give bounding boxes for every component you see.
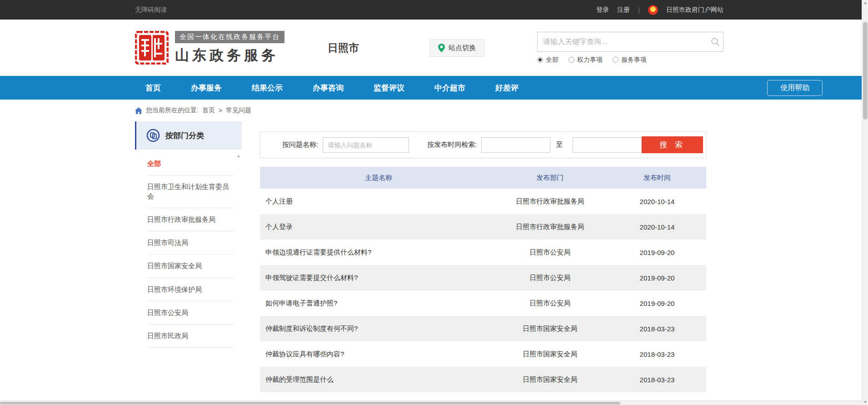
scrollbar-down-icon[interactable]: ▼	[862, 400, 868, 404]
sidebar-item-approval-bureau[interactable]: 日照市行政审批服务局	[147, 208, 234, 231]
scope-all-label: 全部	[546, 56, 559, 64]
table-row: 仲裁协议应具有哪些内容? 日照市国家安全局 2018-03-23	[260, 341, 706, 367]
nav-consult[interactable]: 办事咨询	[313, 83, 344, 93]
dept-cell: 日照市国家安全局	[492, 367, 608, 392]
table-header-row: 主题名称 发布部门 发布时间	[260, 167, 706, 189]
date-cell: 2018-03-23	[608, 367, 706, 392]
nav-supervision[interactable]: 监督评议	[374, 83, 404, 93]
category-icon	[146, 129, 160, 142]
site-switch-label: 站点切换	[449, 44, 476, 52]
question-name-input[interactable]	[323, 137, 409, 153]
breadcrumb: 您当前所在的位置: 首页 > 常见问题	[0, 100, 868, 121]
search-icon[interactable]	[708, 37, 723, 46]
site-switch-button[interactable]: 站点切换	[429, 39, 484, 57]
breadcrumb-separator: >	[219, 107, 222, 114]
table-row: 申领驾驶证需要提交什么材料? 日照市公安局 2019-09-20	[260, 265, 706, 290]
breadcrumb-home[interactable]: 首页	[202, 106, 215, 115]
scope-service-items[interactable]: 服务事项	[613, 56, 647, 64]
scrollbar-up-icon[interactable]: ▲	[862, 1, 868, 5]
home-icon	[135, 107, 142, 114]
topbar-divider: |	[638, 6, 640, 14]
sidebar-title: 按部门分类	[165, 130, 204, 141]
sidebar-item-all[interactable]: 全部	[147, 152, 234, 175]
search-button[interactable]: 搜 索	[642, 136, 703, 153]
question-link[interactable]: 申领驾驶证需要提交什么材料?	[260, 265, 492, 290]
table-row: 仲裁制度和诉讼制度有何不同? 日照市国家安全局 2018-03-23	[260, 316, 706, 341]
sidebar-item-security-bureau[interactable]: 日照市国家安全局	[147, 255, 234, 278]
national-emblem-icon	[648, 5, 658, 15]
accessibility-link[interactable]: 无障碍阅读	[135, 6, 167, 14]
radio-icon	[613, 57, 619, 63]
dept-cell: 日照市公安局	[492, 265, 608, 290]
main-nav: 首页 办事服务 结果公示 办事咨询 监督评议 中介超市 好差评 使用帮助	[0, 76, 868, 100]
nav-intermediary[interactable]: 中介超市	[434, 83, 465, 93]
vertical-scrollbar[interactable]: ▲ ▼	[862, 0, 868, 405]
help-button[interactable]: 使用帮助	[767, 80, 823, 96]
city-name: 日照市	[328, 41, 359, 55]
question-link[interactable]: 个人登录	[260, 214, 492, 240]
question-link[interactable]: 仲裁制度和诉讼制度有何不同?	[260, 316, 492, 341]
sidebar-item-justice-bureau[interactable]: 日照市司法局	[147, 231, 234, 255]
question-link[interactable]: 仲裁协议应具有哪些内容?	[260, 341, 492, 367]
sidebar-item-health-commission[interactable]: 日照市卫生和计划生育委员会	[147, 175, 234, 208]
horizontal-scrollbar[interactable]	[0, 400, 862, 405]
department-list: ▲ 全部 日照市卫生和计划生育委员会 日照市行政审批服务局 日照市司法局 日照市…	[135, 150, 242, 402]
portal-link[interactable]: 日照市政府门户网站	[666, 6, 723, 14]
col-header-dept: 发布部门	[492, 167, 608, 189]
scope-power-items[interactable]: 权力事项	[569, 56, 603, 64]
nav-results[interactable]: 结果公示	[252, 83, 283, 93]
scroll-up-icon[interactable]: ▲	[236, 153, 241, 158]
header: 全国一体化在线政务服务平台 山东政务服务 日照市 站点切换 全部	[0, 20, 868, 76]
login-link[interactable]: 登录	[596, 6, 609, 14]
dept-cell: 日照市国家安全局	[492, 316, 608, 341]
col-header-date: 发布时间	[608, 167, 706, 189]
scope-power-label: 权力事项	[577, 56, 603, 64]
sidebar-item-police-bureau[interactable]: 日照市公安局	[147, 301, 234, 325]
date-from-input[interactable]	[481, 137, 550, 153]
col-header-title: 主题名称	[260, 167, 492, 189]
nav-services[interactable]: 办事服务	[191, 83, 222, 93]
dept-cell: 日照市国家安全局	[492, 341, 608, 367]
radio-icon	[569, 57, 574, 63]
nav-rating[interactable]: 好差评	[495, 83, 519, 93]
keyword-search-input[interactable]	[538, 38, 708, 46]
location-pin-icon	[438, 44, 445, 52]
table-row: 如何申请电子普通护照? 日照市公安局 2019-09-20	[260, 290, 706, 316]
breadcrumb-prefix: 您当前所在的位置:	[146, 106, 199, 115]
question-link[interactable]: 申领边境通行证需要提供什么材料?	[260, 240, 492, 265]
date-filter-label: 按发布时间检索:	[427, 140, 477, 149]
platform-badge: 全国一体化在线政务服务平台	[175, 31, 284, 43]
scope-all[interactable]: 全部	[537, 56, 559, 64]
brand-title: 山东政务服务	[175, 46, 284, 65]
sidebar-item-civil-affairs-bureau[interactable]: 日照市民政局	[147, 325, 234, 348]
question-link[interactable]: 如何申请电子普通护照?	[260, 290, 492, 316]
question-link[interactable]: 个人注册	[260, 189, 492, 214]
sidebar-header: 按部门分类	[135, 121, 242, 150]
date-to-input[interactable]	[573, 137, 642, 153]
dept-cell: 日照市公安局	[492, 290, 608, 316]
date-cell: 2019-09-20	[608, 290, 706, 316]
nav-home[interactable]: 首页	[145, 83, 161, 93]
sidebar-item-environment-bureau[interactable]: 日照市环境保护局	[147, 278, 234, 301]
question-link[interactable]: 仲裁的受理范围是什么	[260, 367, 492, 392]
table-row: 仲裁的受理范围是什么 日照市国家安全局 2018-03-23	[260, 367, 706, 392]
date-cell: 2019-09-20	[608, 240, 706, 265]
main-panel: 按问题名称: 按发布时间检索: 至 搜 索 主题名称 发布部门 发布时间 个人注…	[260, 131, 706, 392]
name-filter-label: 按问题名称:	[282, 140, 318, 149]
date-cell: 2020-10-14	[608, 214, 706, 240]
questions-table: 主题名称 发布部门 发布时间 个人注册 日照市行政审批服务局 2020-10-1…	[260, 167, 706, 392]
dept-cell: 日照市行政审批服务局	[492, 214, 608, 240]
dept-cell: 日照市行政审批服务局	[492, 189, 608, 214]
date-cell: 2018-03-23	[608, 341, 706, 367]
table-row: 个人登录 日照市行政审批服务局 2020-10-14	[260, 214, 706, 240]
site-logo[interactable]: 全国一体化在线政务服务平台 山东政务服务	[135, 31, 284, 65]
date-to-label: 至	[556, 140, 563, 149]
date-cell: 2018-03-23	[608, 316, 706, 341]
radio-selected-icon	[537, 57, 543, 63]
date-cell: 2019-09-20	[608, 265, 706, 290]
keyword-search-box	[537, 32, 723, 52]
horizontal-scrollbar-thumb[interactable]	[0, 402, 620, 405]
search-scope-group: 全部 权力事项 服务事项	[537, 56, 723, 64]
vertical-scrollbar-thumb[interactable]	[863, 22, 868, 120]
register-link[interactable]: 注册	[617, 6, 630, 14]
